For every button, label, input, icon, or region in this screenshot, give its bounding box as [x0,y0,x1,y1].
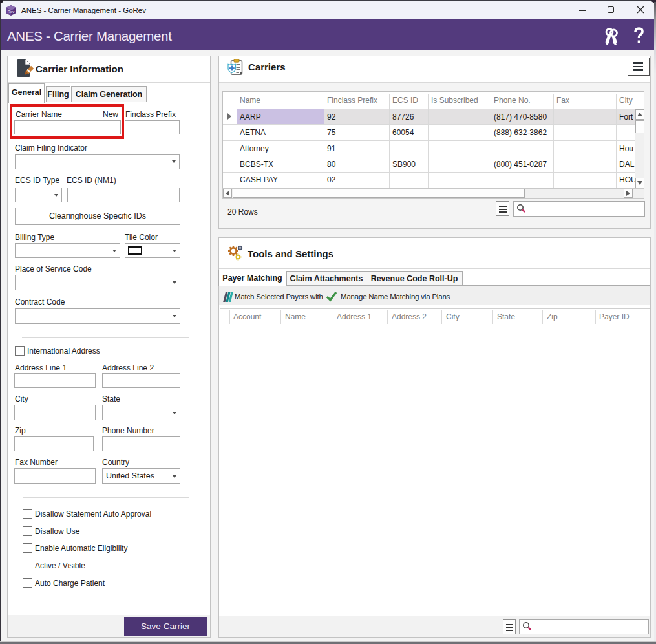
svg-text:Rev: Rev [8,10,15,14]
